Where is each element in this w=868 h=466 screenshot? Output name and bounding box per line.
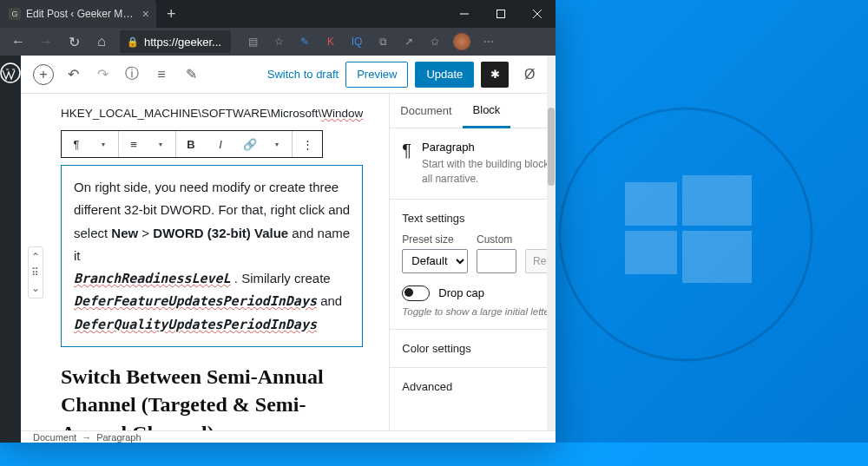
wordpress-logo-icon: [0, 62, 21, 83]
add-block-button[interactable]: +: [33, 64, 54, 85]
scroll-thumb[interactable]: [548, 108, 555, 186]
svg-rect-4: [682, 231, 752, 283]
browser-tab[interactable]: G Edit Post ‹ Geeker Mag — WordP ×: [0, 0, 156, 28]
italic-button[interactable]: I: [206, 131, 235, 157]
address-bar[interactable]: 🔒 https://geeker...: [120, 30, 231, 53]
dropcap-toggle[interactable]: [402, 286, 430, 301]
paragraph-block[interactable]: On right side, you need modify or create…: [61, 165, 363, 347]
ext-iq-icon[interactable]: IQ: [344, 30, 370, 54]
lock-icon: 🔒: [127, 36, 139, 48]
tab-title: Edit Post ‹ Geeker Mag — WordP: [26, 8, 137, 20]
block-toolbar: ¶▾ ≡▾ B I 🔗 ▾ ⋮: [61, 130, 323, 158]
info-button[interactable]: ⓘ: [118, 61, 146, 89]
outline-button[interactable]: ≡: [148, 61, 175, 89]
redo-button[interactable]: ↷: [89, 61, 116, 89]
switch-to-draft-link[interactable]: Switch to draft: [267, 68, 339, 81]
profile-avatar[interactable]: [453, 33, 470, 50]
titlebar: G Edit Post ‹ Geeker Mag — WordP × +: [0, 0, 556, 28]
back-button[interactable]: ←: [5, 30, 31, 54]
custom-size-input[interactable]: [477, 249, 516, 273]
svg-rect-6: [497, 10, 505, 18]
ext-favorites-icon[interactable]: ✩: [422, 30, 448, 54]
dropcap-hint: Toggle to show a large initial letter.: [402, 306, 556, 317]
block-description: Start with the building block of all nar…: [422, 157, 556, 187]
scrollbar[interactable]: [547, 94, 556, 430]
paragraph-icon: ¶: [402, 141, 411, 187]
svg-rect-2: [682, 175, 752, 226]
block-name-label: Paragraph: [422, 141, 556, 154]
ext-reader-icon[interactable]: ▤: [240, 30, 266, 54]
browser-menu-icon[interactable]: ⋯: [476, 30, 502, 54]
ext-collections-icon[interactable]: ⧉: [370, 30, 396, 54]
more-format-caret-icon[interactable]: ▾: [262, 131, 292, 157]
jetpack-icon[interactable]: Ø: [516, 61, 543, 89]
browser-nav-bar: ← → ↻ ⌂ 🔒 https://geeker... ▤ ☆ ✎ K IQ ⧉…: [0, 28, 556, 56]
move-up-icon[interactable]: ⌃: [31, 251, 40, 263]
settings-sidebar: Document Block ✕ ¶ Paragraph Start with …: [389, 94, 556, 430]
advanced-header[interactable]: Advanced ⌄: [402, 380, 556, 393]
ext-pen-icon[interactable]: ✎: [292, 30, 318, 54]
reload-button[interactable]: ↻: [61, 30, 87, 54]
editor-toolbar: + ↶ ↷ ⓘ ≡ ✎ Switch to draft Preview Upda…: [21, 56, 556, 94]
close-window-button[interactable]: [519, 0, 556, 28]
bold-button[interactable]: B: [176, 131, 206, 157]
edit-mode-button[interactable]: ✎: [177, 61, 205, 89]
settings-gear-button[interactable]: ✱: [481, 62, 509, 88]
preview-button[interactable]: Preview: [345, 62, 408, 88]
taskbar[interactable]: [0, 443, 868, 466]
move-down-icon[interactable]: ⌄: [31, 282, 40, 294]
tab-block[interactable]: Block: [463, 94, 511, 128]
custom-size-label: Custom: [477, 233, 516, 246]
ext-star-icon[interactable]: ☆: [266, 30, 292, 54]
wp-admin-bar[interactable]: [0, 56, 21, 443]
preset-size-select[interactable]: Default: [402, 249, 468, 273]
update-button[interactable]: Update: [415, 62, 474, 88]
ext-share-icon[interactable]: ↗: [396, 30, 422, 54]
link-button[interactable]: 🔗: [235, 131, 265, 157]
url-text: https://geeker...: [144, 36, 221, 49]
align-caret-icon[interactable]: ▾: [146, 131, 175, 157]
home-button[interactable]: ⌂: [89, 30, 115, 54]
status-bar: Document → Paragraph: [21, 430, 556, 443]
svg-rect-3: [625, 231, 677, 274]
block-more-icon[interactable]: ⋮: [293, 131, 322, 157]
maximize-button[interactable]: [483, 0, 519, 28]
new-tab-button[interactable]: +: [156, 5, 187, 23]
breadcrumb-root[interactable]: Document: [33, 432, 76, 443]
block-mover[interactable]: ⌃ ⠿ ⌄: [28, 246, 43, 299]
ext-k-icon[interactable]: K: [318, 30, 344, 54]
transform-caret-icon[interactable]: ▾: [89, 131, 118, 157]
browser-window: G Edit Post ‹ Geeker Mag — WordP × + ← →…: [0, 0, 556, 443]
minimize-button[interactable]: [446, 0, 483, 28]
site-favicon: G: [9, 8, 21, 20]
drag-handle-icon[interactable]: ⠿: [31, 266, 40, 279]
heading-block[interactable]: Switch Between Semi-Annual Channel (Targ…: [61, 363, 363, 430]
forward-button: →: [33, 30, 59, 54]
block-type-icon[interactable]: ¶: [62, 131, 91, 157]
registry-path-text: HKEY_LOCAL_MACHINE\SOFTWARE\Microsoft\Wi…: [61, 106, 363, 120]
undo-button[interactable]: ↶: [59, 61, 87, 89]
tab-document[interactable]: Document: [390, 94, 462, 128]
preset-size-label: Preset size: [402, 233, 468, 246]
svg-rect-1: [625, 182, 677, 226]
editor-canvas[interactable]: ⌃ ⠿ ⌄ HKEY_LOCAL_MACHINE\SOFTWARE\Micros…: [21, 94, 389, 430]
color-settings-header[interactable]: Color settings ⌄: [402, 342, 556, 355]
close-tab-icon[interactable]: ×: [142, 7, 149, 21]
windows-logo-desktop: [556, 104, 816, 364]
text-settings-header[interactable]: Text settings ⌃: [402, 212, 556, 225]
align-icon[interactable]: ≡: [119, 131, 148, 157]
dropcap-label: Drop cap: [438, 286, 484, 299]
breadcrumb-current[interactable]: Paragraph: [96, 432, 141, 443]
